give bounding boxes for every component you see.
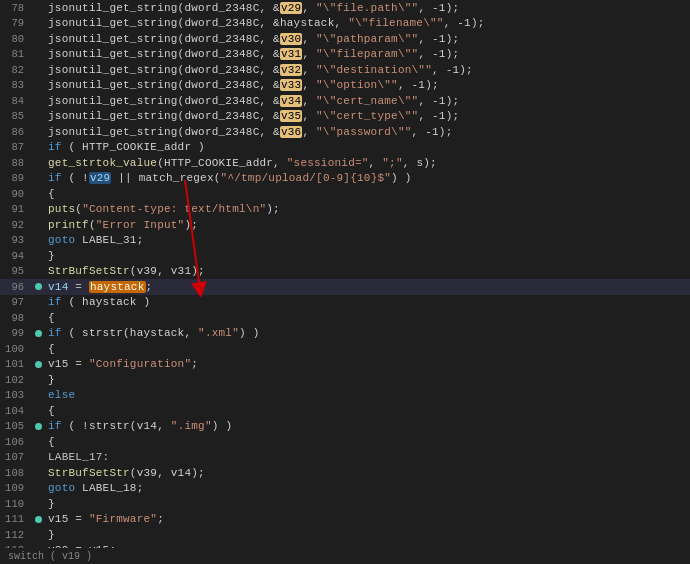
breakpoint-col[interactable]	[32, 330, 44, 337]
line-number: 80	[0, 33, 32, 45]
breakpoint-col[interactable]	[32, 283, 44, 290]
line-number: 102	[0, 374, 32, 386]
table-row: 96v14 = haystack;	[0, 279, 690, 295]
table-row: 98{	[0, 310, 690, 326]
table-row: 83jsonutil_get_string(dword_2348C, &v33,…	[0, 78, 690, 94]
code-content: puts("Content-type: text/html\n");	[44, 203, 280, 215]
line-number: 97	[0, 296, 32, 308]
code-content: if ( HTTP_COOKIE_addr )	[44, 141, 205, 153]
code-token: ( strstr(haystack,	[62, 327, 198, 339]
line-number: 92	[0, 219, 32, 231]
code-content: {	[44, 405, 55, 417]
line-number: 107	[0, 451, 32, 463]
code-token: "Configuration"	[89, 358, 191, 370]
code-token: jsonutil_get_string(dword_2348C, &	[48, 95, 280, 107]
breakpoint-col[interactable]	[32, 361, 44, 368]
code-token: ;	[146, 281, 153, 293]
highlight-token: haystack	[89, 281, 146, 293]
bottom-bar: switch ( v19 )	[0, 548, 690, 564]
code-token: "\"destination\""	[316, 64, 432, 76]
highlight-token: v31	[280, 48, 302, 60]
line-number: 87	[0, 141, 32, 153]
code-token: LABEL_17:	[48, 451, 109, 463]
code-token: v15 =	[48, 513, 89, 525]
code-token: get_strtok_value	[48, 157, 157, 169]
table-row: 105 if ( !strstr(v14, ".img") )	[0, 419, 690, 435]
code-token: , -1);	[418, 33, 459, 45]
table-row: 85jsonutil_get_string(dword_2348C, &v35,…	[0, 109, 690, 125]
highlight-token: v35	[280, 110, 302, 122]
table-row: 79jsonutil_get_string(dword_2348C, &hays…	[0, 16, 690, 32]
code-token: "\"cert_type\""	[316, 110, 418, 122]
bottom-bar-text: switch ( v19 )	[8, 551, 92, 562]
code-token: puts	[48, 203, 75, 215]
code-token: jsonutil_get_string(dword_2348C, &	[48, 79, 280, 91]
code-token: ;	[191, 358, 198, 370]
line-number: 82	[0, 64, 32, 76]
code-token: "\"pathparam\""	[316, 33, 418, 45]
code-content: jsonutil_get_string(dword_2348C, &v30, "…	[44, 33, 459, 45]
table-row: 102 }	[0, 372, 690, 388]
line-number: 105	[0, 420, 32, 432]
code-token: ( !	[62, 172, 89, 184]
code-token: );	[266, 203, 280, 215]
line-number: 101	[0, 358, 32, 370]
line-number: 108	[0, 467, 32, 479]
code-content: v14 = haystack;	[44, 281, 152, 293]
breakpoint-col[interactable]	[32, 423, 44, 430]
code-token: LABEL_31;	[75, 234, 143, 246]
code-token: ( HTTP_COOKIE_addr )	[62, 141, 205, 153]
code-content: jsonutil_get_string(dword_2348C, &haysta…	[44, 17, 485, 29]
code-token: ,	[302, 64, 316, 76]
line-number: 104	[0, 405, 32, 417]
code-token: printf	[48, 219, 89, 231]
line-number: 110	[0, 498, 32, 510]
code-token: ) )	[391, 172, 411, 184]
table-row: 100 {	[0, 341, 690, 357]
code-content: else	[44, 389, 75, 401]
code-token: "\"file.path\""	[316, 2, 418, 14]
breakpoint-dot	[35, 516, 42, 523]
code-content: }	[44, 374, 55, 386]
code-content: get_strtok_value(HTTP_COOKIE_addr, "sess…	[44, 157, 437, 169]
line-number: 85	[0, 110, 32, 122]
code-content: goto LABEL_31;	[44, 234, 144, 246]
table-row: 93goto LABEL_31;	[0, 233, 690, 249]
code-token: jsonutil_get_string(dword_2348C, &	[48, 2, 280, 14]
breakpoint-col[interactable]	[32, 516, 44, 523]
code-token: if	[48, 296, 62, 308]
code-token: "\"option\""	[316, 79, 398, 91]
code-token: ,	[302, 126, 316, 138]
table-row: 94}	[0, 248, 690, 264]
table-row: 99 if ( strstr(haystack, ".xml") )	[0, 326, 690, 342]
code-content: v15 = "Configuration";	[44, 358, 198, 370]
table-row: 91puts("Content-type: text/html\n");	[0, 202, 690, 218]
line-number: 78	[0, 2, 32, 14]
code-token: 4,	[150, 420, 170, 432]
code-token: if	[48, 172, 62, 184]
code-token: ( haystack )	[62, 296, 151, 308]
table-row: 110 }	[0, 496, 690, 512]
code-content: jsonutil_get_string(dword_2348C, &v31, "…	[44, 48, 459, 60]
line-number: 84	[0, 95, 32, 107]
highlight-token: v29	[280, 2, 302, 14]
line-number: 109	[0, 482, 32, 494]
code-content: {	[44, 312, 55, 324]
code-content: }	[44, 529, 55, 541]
code-token: , -1);	[398, 79, 439, 91]
code-content: if ( strstr(haystack, ".xml") )	[44, 327, 259, 339]
code-token: {	[48, 436, 55, 448]
table-row: 112 }	[0, 527, 690, 543]
line-number: 91	[0, 203, 32, 215]
line-number: 111	[0, 513, 32, 525]
table-row: 82jsonutil_get_string(dword_2348C, &v32,…	[0, 62, 690, 78]
code-token: jsonutil_get_string(dword_2348C, &	[48, 64, 280, 76]
line-number: 83	[0, 79, 32, 91]
code-token: StrBufSetStr	[48, 265, 130, 277]
code-content: v15 = "Firmware";	[44, 513, 164, 525]
line-number: 90	[0, 188, 32, 200]
code-token: goto	[48, 482, 75, 494]
breakpoint-dot	[35, 423, 42, 430]
table-row: 104 {	[0, 403, 690, 419]
code-token: ,	[302, 48, 316, 60]
